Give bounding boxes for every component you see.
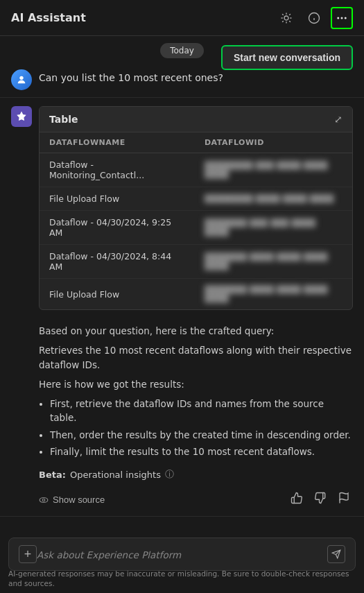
action-row: Show source [0, 485, 364, 517]
cell-id: ███████ ████ ████ ████ ████ [195, 245, 352, 279]
table-header-row: Table ⤢ [40, 107, 352, 132]
cell-id: ███████ ███ ███ ████ ████ [195, 211, 352, 245]
table-container: Table ⤢ DATAFLOWNAME DATAFLOWID Dataflow… [39, 106, 353, 310]
user-avatar [11, 69, 32, 90]
flag-icon [338, 492, 350, 504]
input-placeholder: Ask about Experience Platform [37, 549, 181, 560]
show-source-label: Show source [53, 495, 105, 505]
svg-line-4 [289, 21, 291, 22]
date-badge: Today [160, 43, 204, 58]
thumbs-up-button[interactable] [288, 490, 306, 509]
send-button[interactable] [327, 545, 345, 563]
svg-point-0 [284, 16, 288, 20]
table-title: Table [49, 114, 78, 125]
desc-line3: Here is how we got the results: [39, 377, 353, 391]
ai-avatar [11, 106, 32, 127]
eye-icon [39, 495, 49, 505]
svg-line-3 [282, 14, 284, 15]
cell-id: ███████ ████ ████ ████ ████ [195, 279, 352, 310]
cell-name: Dataflow - Monitoring_Contactl... [40, 153, 195, 187]
svg-point-17 [42, 499, 45, 501]
thumbs-down-icon [314, 492, 327, 504]
beta-label: Beta: [39, 470, 66, 480]
ai-header-row: Table ⤢ DATAFLOWNAME DATAFLOWID Dataflow… [11, 106, 353, 318]
input-left-actions: + [19, 545, 37, 563]
bullet-3: Finally, limit the results to the 10 mos… [50, 445, 353, 458]
send-icon [331, 549, 341, 559]
desc-line1: Based on your question, here is the craf… [39, 324, 353, 338]
bullet-1: First, retrieve the dataflow IDs and nam… [50, 397, 353, 425]
new-conversation-button[interactable]: Start new conversation [221, 45, 353, 70]
cell-name: File Upload Flow [40, 187, 195, 211]
thumbs-up-icon [291, 492, 303, 504]
footer-text: AI-generated responses may be inaccurate… [8, 569, 349, 588]
beta-info-icon[interactable]: ⓘ [165, 468, 174, 481]
table-row: Dataflow - Monitoring_Contactl...███████… [40, 153, 352, 187]
more-options-icon-button[interactable] [331, 7, 353, 29]
flag-button[interactable] [335, 490, 353, 509]
app-header: AI Assistant [0, 0, 364, 36]
table-row: File Upload Flow███████ ████ ████ ████ █… [40, 279, 352, 310]
cell-name: Dataflow - 04/30/2024, 8:44 AM [40, 245, 195, 279]
cell-name: File Upload Flow [40, 279, 195, 310]
svg-line-7 [282, 21, 284, 22]
svg-point-16 [40, 497, 48, 502]
bullet-2: Then, order the results by the created t… [50, 428, 353, 442]
ai-response: Table ⤢ DATAFLOWNAME DATAFLOWID Dataflow… [0, 98, 364, 318]
input-field-area[interactable]: Ask about Experience Platform [37, 548, 327, 561]
user-message-text: Can you list the 10 most recent ones? [39, 69, 223, 83]
expand-icon[interactable]: ⤢ [334, 114, 343, 125]
description-bullets: First, retrieve the dataflow IDs and nam… [50, 397, 353, 458]
cell-id: ████████ ███ ████ ████ ████ [195, 153, 352, 187]
svg-line-8 [289, 14, 291, 15]
info-icon-button[interactable] [303, 7, 325, 29]
app-title: AI Assistant [11, 11, 86, 24]
beta-row: Beta: Operational insights ⓘ [0, 464, 364, 485]
header-icons [275, 7, 353, 29]
svg-point-15 [19, 76, 23, 80]
description-block: Based on your question, here is the craf… [0, 324, 364, 458]
feedback-icons [288, 490, 353, 509]
svg-point-12 [337, 17, 339, 19]
show-source-button[interactable]: Show source [39, 495, 105, 505]
thumbs-down-button[interactable] [311, 490, 329, 509]
table-row: File Upload Flow████████ ████ ████ ████ [40, 187, 352, 211]
desc-line2: Retrieves the 10 most recent dataflows a… [39, 343, 353, 372]
col-header-name: DATAFLOWNAME [40, 132, 195, 153]
add-attachment-button[interactable]: + [19, 545, 37, 563]
main-content: Today Can you list the 10 most recent on… [0, 36, 364, 531]
settings-icon-button[interactable] [275, 7, 297, 29]
table-row: Dataflow - 04/30/2024, 8:44 AM███████ ██… [40, 245, 352, 279]
col-header-id: DATAFLOWID [195, 132, 352, 153]
table-row: Dataflow - 04/30/2024, 9:25 AM███████ ██… [40, 211, 352, 245]
svg-point-14 [345, 17, 347, 19]
data-table: DATAFLOWNAME DATAFLOWID Dataflow - Monit… [40, 132, 352, 309]
footer-disclaimer: AI-generated responses may be inaccurate… [0, 566, 364, 593]
beta-text: Operational insights [70, 470, 161, 480]
cell-id: ████████ ████ ████ ████ [195, 187, 352, 211]
svg-point-13 [341, 17, 343, 19]
cell-name: Dataflow - 04/30/2024, 9:25 AM [40, 211, 195, 245]
